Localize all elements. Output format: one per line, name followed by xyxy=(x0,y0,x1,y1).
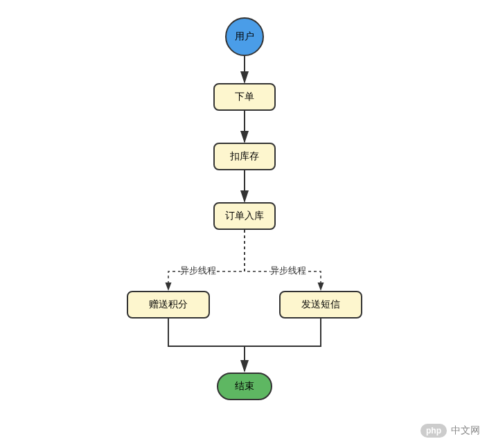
branchB-label: 发送短信 xyxy=(301,298,340,311)
step3-label: 订单入库 xyxy=(225,210,264,222)
start-node: 用户 xyxy=(225,17,264,56)
flowchart-diagram: 用户 下单 扣库存 订单入库 异步线程 异步线程 赠送积分 发送短信 结束 ph… xyxy=(0,0,487,448)
process-node-sms: 发送短信 xyxy=(279,291,362,319)
watermark-text: 中文网 xyxy=(451,424,480,437)
edge-label-async-right: 异步线程 xyxy=(270,265,306,277)
step2-label: 扣库存 xyxy=(230,150,259,163)
process-node-points: 赠送积分 xyxy=(127,291,210,319)
start-label: 用户 xyxy=(235,30,254,43)
process-node-inventory: 扣库存 xyxy=(213,143,276,170)
branchA-label: 赠送积分 xyxy=(149,298,188,311)
end-node: 结束 xyxy=(217,373,272,400)
watermark-logo: php xyxy=(420,424,447,438)
process-node-order: 下单 xyxy=(213,83,276,111)
edge-label-async-left: 异步线程 xyxy=(180,265,216,277)
step1-label: 下单 xyxy=(235,91,254,103)
end-label: 结束 xyxy=(235,380,254,393)
process-node-persist: 订单入库 xyxy=(213,202,276,230)
watermark: php 中文网 xyxy=(420,424,480,438)
